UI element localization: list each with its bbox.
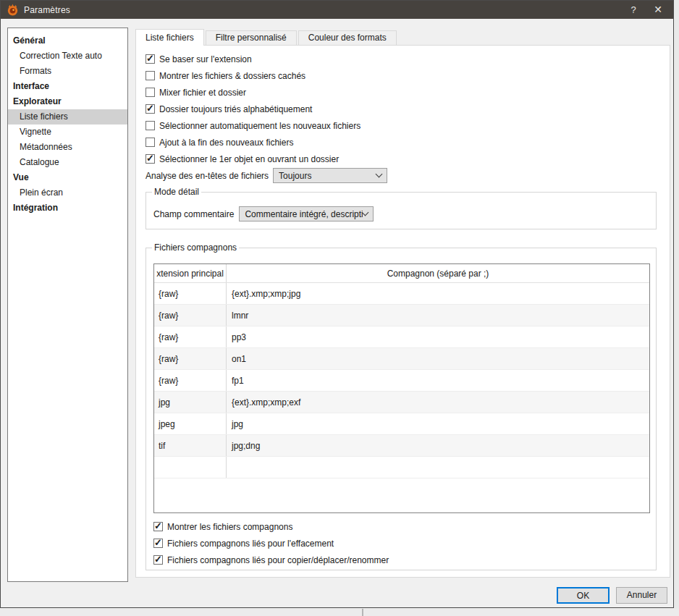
sidebar-item-plein-ecran[interactable]: Plein écran bbox=[8, 185, 127, 201]
cell-extension[interactable]: jpg bbox=[154, 392, 227, 413]
settings-dialog: Paramètres ? ✕ Général Correction Texte … bbox=[0, 0, 674, 608]
column-header-companion: Compagnon (séparé par ;) bbox=[227, 264, 649, 282]
groupbox-title: Fichiers compagnons bbox=[152, 242, 239, 253]
checkbox-box bbox=[146, 104, 155, 114]
table-empty-area[interactable] bbox=[154, 478, 649, 512]
table-row[interactable] bbox=[154, 457, 649, 478]
checkbox-mixer-fichier-dossier[interactable]: Mixer fichier et dossier bbox=[146, 86, 246, 98]
groupbox-title: Mode détail bbox=[152, 187, 201, 197]
sidebar-item-metadonnees[interactable]: Métadonnées bbox=[8, 140, 127, 155]
groupbox-fichiers-compagnons: Fichiers compagnons xtension principal C… bbox=[146, 248, 657, 570]
cancel-button[interactable]: Annuler bbox=[616, 587, 667, 604]
cell-extension[interactable]: {raw} bbox=[154, 326, 227, 347]
ok-button[interactable]: OK bbox=[557, 587, 610, 604]
selected-value: Commentaire intégré, description bbox=[245, 209, 363, 219]
cell-companion[interactable]: jpg bbox=[227, 413, 649, 434]
cell-extension[interactable]: tif bbox=[154, 435, 227, 456]
tab-panel-liste-fichiers: Se baser sur l'extension Montrer les fic… bbox=[135, 45, 670, 578]
checkbox-compagnons-effacement[interactable]: Fichiers compagnons liés pour l'effaceme… bbox=[153, 537, 334, 549]
tab-filtre-personnalise[interactable]: Filtre personnalisé bbox=[206, 30, 297, 45]
comment-field-row: Champ commentaire Commentaire intégré, d… bbox=[153, 206, 374, 221]
sidebar-item-correction-texte-auto[interactable]: Correction Texte auto bbox=[8, 48, 127, 64]
desktop-background bbox=[0, 609, 679, 616]
cell-extension[interactable]: {raw} bbox=[154, 348, 227, 369]
header-analysis-label: Analyse des en-têtes de fichiers bbox=[146, 171, 269, 181]
cell-companion[interactable]: on1 bbox=[227, 348, 649, 369]
checkbox-label: Dossier toujours triés alphabétiquement bbox=[159, 104, 312, 114]
checkbox-dossier-tries-alpha[interactable]: Dossier toujours triés alphabétiquement bbox=[146, 103, 312, 115]
checkbox-ajout-fin-nouveaux[interactable]: Ajout à la fin des nouveaux fichiers bbox=[146, 136, 293, 148]
cell-companion[interactable]: pp3 bbox=[227, 326, 649, 347]
checkbox-box bbox=[146, 71, 155, 80]
sidebar-item-interface[interactable]: Interface bbox=[8, 79, 127, 94]
groupbox-mode-detail: Mode détail Champ commentaire Commentair… bbox=[146, 192, 657, 229]
checkbox-box bbox=[153, 522, 163, 531]
cell-companion[interactable]: jpg;dng bbox=[227, 435, 649, 456]
checkbox-label: Sélectionner le 1er objet en ouvrant un … bbox=[159, 154, 339, 164]
checkbox-label: Se baser sur l'extension bbox=[159, 54, 252, 64]
sidebar-item-catalogue[interactable]: Catalogue bbox=[8, 155, 127, 170]
table-row[interactable]: {raw} pp3 bbox=[154, 326, 649, 348]
checkbox-box bbox=[146, 138, 155, 147]
tab-bar: Liste fichiers Filtre personnalisé Coule… bbox=[135, 29, 398, 46]
table-row[interactable]: {raw} lmnr bbox=[154, 305, 649, 326]
table-row[interactable]: jpeg jpg bbox=[154, 413, 649, 435]
app-logo-icon bbox=[7, 4, 19, 16]
checkbox-box bbox=[146, 54, 155, 64]
cell-companion[interactable]: {ext}.xmp;xmp;exf bbox=[227, 392, 649, 413]
table-row[interactable]: {raw} fp1 bbox=[154, 370, 649, 392]
header-analysis-row: Analyse des en-têtes de fichiers Toujour… bbox=[146, 168, 387, 183]
checkbox-label: Fichiers compagnons liés pour l'effaceme… bbox=[167, 539, 334, 549]
checkbox-label: Sélectionner automatiquement les nouveau… bbox=[159, 121, 360, 131]
cell-extension[interactable]: {raw} bbox=[154, 283, 227, 304]
checkbox-montrer-caches[interactable]: Montrer les fichiers & dossiers cachés bbox=[146, 69, 305, 82]
table-row[interactable]: {raw} on1 bbox=[154, 348, 649, 370]
tab-liste-fichiers[interactable]: Liste fichiers bbox=[135, 29, 204, 46]
checkbox-se-baser-extension[interactable]: Se baser sur l'extension bbox=[146, 53, 252, 65]
cell-extension[interactable]: {raw} bbox=[154, 305, 227, 326]
cell-companion[interactable]: fp1 bbox=[227, 370, 649, 391]
checkbox-compagnons-copier-deplacer[interactable]: Fichiers compagnons liés pour copier/dép… bbox=[153, 554, 389, 566]
checkbox-selection-auto-nouveaux[interactable]: Sélectionner automatiquement les nouveau… bbox=[146, 119, 360, 132]
chevron-down-icon bbox=[376, 171, 383, 178]
sidebar-item-integration[interactable]: Intégration bbox=[8, 201, 127, 216]
checkbox-label: Mixer fichier et dossier bbox=[159, 88, 246, 98]
cell-extension[interactable] bbox=[154, 457, 227, 478]
settings-sidebar: Général Correction Texte auto Formats In… bbox=[7, 28, 128, 582]
checkbox-montrer-compagnons[interactable]: Montrer les fichiers compagnons bbox=[153, 520, 292, 533]
sidebar-item-liste-fichiers[interactable]: Liste fichiers bbox=[8, 109, 127, 125]
checkbox-label: Montrer les fichiers & dossiers cachés bbox=[159, 71, 305, 81]
checkbox-box bbox=[146, 154, 155, 164]
cell-extension[interactable]: {raw} bbox=[154, 370, 227, 391]
cell-extension[interactable]: jpeg bbox=[154, 413, 227, 434]
help-button[interactable]: ? bbox=[621, 1, 646, 19]
checkbox-box bbox=[153, 555, 163, 565]
column-header-extension: xtension principal bbox=[154, 264, 227, 282]
background-divider bbox=[362, 609, 363, 616]
tab-couleur-des-formats[interactable]: Couleur des formats bbox=[298, 30, 397, 45]
header-analysis-select[interactable]: Toujours bbox=[273, 168, 387, 183]
comment-field-select[interactable]: Commentaire intégré, description bbox=[239, 206, 374, 221]
titlebar[interactable]: Paramètres ? ✕ bbox=[1, 1, 673, 19]
checkbox-box bbox=[146, 121, 155, 130]
sidebar-item-explorateur[interactable]: Explorateur bbox=[8, 94, 127, 109]
sidebar-item-vignette[interactable]: Vignette bbox=[8, 125, 127, 140]
companion-table: xtension principal Compagnon (séparé par… bbox=[153, 263, 650, 513]
cell-companion[interactable]: lmnr bbox=[227, 305, 649, 326]
screen: Paramètres ? ✕ Général Correction Texte … bbox=[0, 0, 679, 616]
cell-companion[interactable] bbox=[227, 457, 649, 478]
checkbox-box bbox=[146, 88, 155, 97]
sidebar-item-formats[interactable]: Formats bbox=[8, 64, 127, 79]
window-title: Paramètres bbox=[24, 5, 70, 15]
table-row[interactable]: tif jpg;dng bbox=[154, 435, 649, 457]
sidebar-item-general[interactable]: Général bbox=[8, 33, 127, 48]
checkbox-selectionner-1er-objet[interactable]: Sélectionner le 1er objet en ouvrant un … bbox=[146, 153, 339, 165]
table-row[interactable]: {raw} {ext}.xmp;xmp;jpg bbox=[154, 283, 649, 305]
checkbox-label: Ajout à la fin des nouveaux fichiers bbox=[159, 138, 293, 148]
sidebar-item-vue[interactable]: Vue bbox=[8, 170, 127, 185]
cell-companion[interactable]: {ext}.xmp;xmp;jpg bbox=[227, 283, 649, 304]
checkbox-box bbox=[153, 539, 163, 548]
checkbox-label: Fichiers compagnons liés pour copier/dép… bbox=[167, 555, 389, 565]
close-icon[interactable]: ✕ bbox=[646, 1, 670, 19]
table-row[interactable]: jpg {ext}.xmp;xmp;exf bbox=[154, 392, 649, 413]
